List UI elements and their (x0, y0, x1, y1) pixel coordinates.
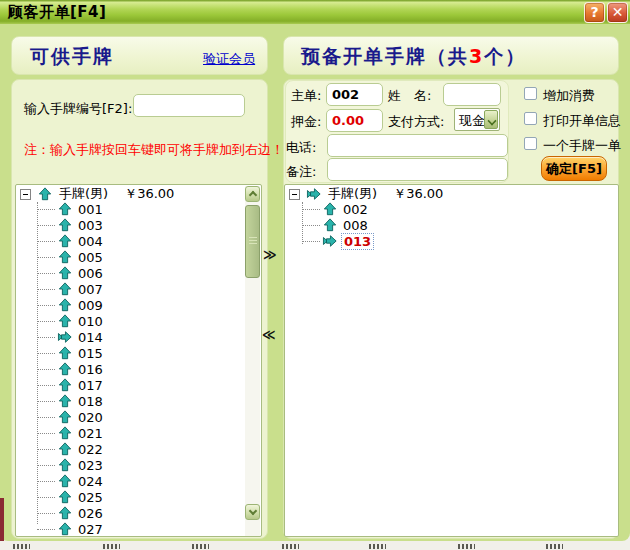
tag-item[interactable]: 016 (16, 361, 261, 377)
arrow-up-icon (37, 187, 53, 201)
dropdown-arrow-icon[interactable] (484, 110, 498, 129)
add-consumption-label: 增加消费 (543, 87, 595, 105)
phone-input[interactable] (327, 134, 508, 157)
arrow-up-icon (57, 346, 73, 360)
arrow-up-icon (57, 442, 73, 456)
tag-item[interactable]: 006 (16, 265, 261, 281)
tag-item[interactable]: 022 (16, 441, 261, 457)
tag-item[interactable]: 003 (16, 217, 261, 233)
chevron-up-icon (249, 191, 257, 199)
collapse-icon[interactable] (20, 189, 31, 200)
remark-label: 备注: (286, 163, 316, 181)
scroll-up-button[interactable] (245, 186, 260, 202)
main-order-input[interactable] (326, 83, 383, 106)
input-note: 注：输入手牌按回车键即可将手牌加到右边！ (24, 141, 284, 159)
window-title: 顾客开单[F4] (8, 3, 106, 22)
arrow-up-icon (57, 426, 73, 440)
prepared-tags-tree: 手牌(男) ￥36.00 002 008 013 (284, 184, 619, 537)
help-button[interactable]: ? (584, 2, 605, 23)
tree-root-male-tags[interactable]: 手牌(男) ￥36.00 (285, 185, 618, 201)
tag-item-current[interactable]: 014 (16, 329, 261, 345)
deposit-label: 押金: (291, 113, 321, 131)
name-label: 姓 名: (388, 87, 431, 105)
arrow-up-icon (57, 362, 73, 376)
print-billing-info-checkbox[interactable] (524, 112, 537, 125)
tree-scrollbar[interactable] (245, 186, 260, 536)
available-tags-title: 可供手牌 (30, 44, 114, 70)
tag-item[interactable]: 020 (16, 409, 261, 425)
arrow-up-icon (57, 266, 73, 280)
deposit-input[interactable] (326, 109, 383, 132)
arrow-up-icon (57, 314, 73, 328)
arrow-up-icon (57, 394, 73, 408)
tag-item[interactable]: 001 (16, 201, 261, 217)
remark-input[interactable] (327, 158, 508, 181)
tag-item[interactable]: 021 (16, 425, 261, 441)
tag-item[interactable]: 008 (285, 217, 618, 233)
add-consumption-checkbox[interactable] (524, 87, 537, 100)
arrow-right-icon (57, 330, 73, 344)
arrow-right-icon (306, 187, 322, 201)
scrollbar-thumb[interactable] (245, 205, 260, 278)
scroll-down-button[interactable] (245, 504, 260, 520)
confirm-button[interactable]: 确定[F5] (541, 156, 607, 181)
arrow-up-icon (57, 202, 73, 216)
background-sliver (0, 498, 4, 542)
move-right-button[interactable]: ≫ (263, 248, 277, 262)
phone-label: 电话: (286, 139, 316, 157)
name-input[interactable] (443, 83, 501, 106)
arrow-up-icon (322, 202, 338, 216)
tag-item[interactable]: 015 (16, 345, 261, 361)
title-bar: 顾客开单[F4] ? ✕ (0, 0, 630, 24)
arrow-up-icon (57, 490, 73, 504)
tag-item[interactable]: 018 (16, 393, 261, 409)
arrow-up-icon (57, 282, 73, 296)
tag-input-label: 输入手牌编号[F2]: (24, 100, 132, 118)
prepared-tags-header: 预备开单手牌（共3个） (283, 36, 619, 75)
arrow-up-icon (322, 218, 338, 232)
prepared-tags-title: 预备开单手牌（共3个） (301, 44, 526, 70)
tag-item[interactable]: 017 (16, 377, 261, 393)
tag-item[interactable]: 023 (16, 457, 261, 473)
chevron-down-icon (249, 507, 257, 515)
arrow-up-icon (57, 298, 73, 312)
payment-method-select[interactable]: 现金 (454, 108, 500, 131)
close-button[interactable]: ✕ (607, 2, 628, 23)
available-tags-tree: 手牌(男) ￥36.00 001 003 004 005 006 007 009… (15, 184, 262, 537)
tag-item[interactable]: 025 (16, 489, 261, 505)
arrow-up-icon (57, 218, 73, 232)
arrow-right-icon (322, 234, 338, 248)
arrow-up-icon (57, 474, 73, 488)
arrow-up-icon (57, 378, 73, 392)
question-icon: ? (590, 4, 598, 20)
print-billing-info-label: 打印开单信息 (543, 112, 621, 130)
tag-item[interactable]: 026 (16, 505, 261, 521)
main-order-label: 主单: (291, 87, 321, 105)
background-strip (0, 541, 630, 550)
customer-billing-window: 顾客开单[F4] ? ✕ 可供手牌 验证会员 输入手牌编号[F2]: 注：输入手… (0, 0, 630, 541)
tag-item[interactable]: 005 (16, 249, 261, 265)
arrow-up-icon (57, 522, 73, 536)
verify-member-link[interactable]: 验证会员 (203, 50, 255, 68)
close-icon: ✕ (612, 4, 624, 20)
tag-item[interactable]: 027 (16, 521, 261, 537)
tag-item[interactable]: 024 (16, 473, 261, 489)
arrow-up-icon (57, 506, 73, 520)
available-tags-header: 可供手牌 验证会员 (11, 36, 268, 75)
tag-number-input[interactable] (133, 94, 245, 117)
collapse-icon[interactable] (289, 189, 300, 200)
tree-root-male-tags[interactable]: 手牌(男) ￥36.00 (16, 185, 261, 201)
tag-item[interactable]: 009 (16, 297, 261, 313)
tag-count: 3 (469, 45, 484, 67)
move-left-button[interactable]: ≪ (262, 328, 276, 342)
arrow-up-icon (57, 250, 73, 264)
tag-item[interactable]: 002 (285, 201, 618, 217)
payment-method-label: 支付方式: (388, 113, 444, 131)
tag-item[interactable]: 007 (16, 281, 261, 297)
arrow-up-icon (57, 234, 73, 248)
tag-item-selected[interactable]: 013 (285, 233, 618, 249)
arrow-up-icon (57, 458, 73, 472)
tag-item[interactable]: 010 (16, 313, 261, 329)
tag-item[interactable]: 004 (16, 233, 261, 249)
one-tag-one-order-checkbox[interactable] (524, 137, 537, 150)
